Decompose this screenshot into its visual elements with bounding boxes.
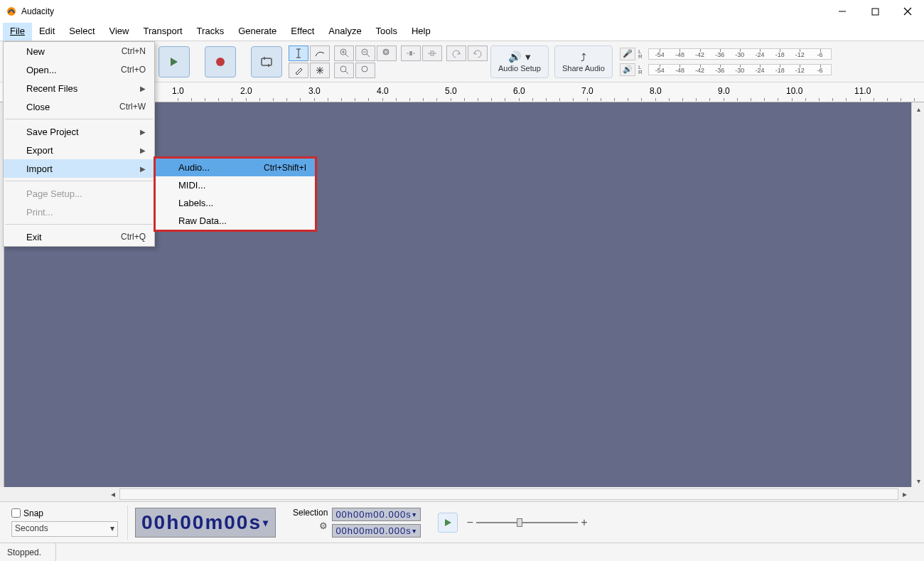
minimize-button[interactable]	[826, 0, 859, 23]
audio-setup-label: Audio Setup	[498, 64, 541, 73]
menu-tools[interactable]: Tools	[369, 23, 404, 41]
snap-check-input[interactable]	[11, 508, 21, 518]
menu-select[interactable]: Select	[62, 23, 102, 41]
import-raw[interactable]: Raw Data...	[156, 212, 315, 230]
menu-file[interactable]: File	[3, 23, 32, 41]
multi-tool[interactable]	[310, 63, 330, 78]
svg-line-22	[367, 54, 370, 57]
share-audio-button[interactable]: ⤴ Share Audio	[554, 46, 613, 78]
menu-effect[interactable]: Effect	[284, 23, 321, 41]
snap-checkbox[interactable]: Snap	[11, 508, 123, 518]
snap-label: Snap	[23, 508, 43, 518]
app-logo-icon	[6, 6, 17, 17]
svg-point-26	[340, 66, 346, 72]
share-audio-label: Share Audio	[562, 64, 605, 73]
edit-tools	[289, 46, 330, 78]
menu-view[interactable]: View	[102, 23, 136, 41]
playback-speed-slider[interactable]: − +	[466, 516, 587, 529]
horizontal-scrollbar[interactable]: ◂ ▸	[0, 487, 924, 501]
record-button[interactable]	[205, 46, 236, 78]
file-close[interactable]: CloseCtrl+W	[4, 97, 154, 116]
zoom-tools	[334, 46, 397, 78]
envelope-tool[interactable]	[310, 46, 330, 61]
scroll-down-icon[interactable]: ▾	[912, 474, 924, 487]
selection-label: Selection	[293, 508, 328, 518]
svg-rect-25	[385, 50, 387, 53]
meter-lr-label: LR	[638, 65, 645, 75]
record-meter-icon[interactable]: 🎤	[620, 48, 635, 60]
fit-project-button[interactable]	[334, 63, 354, 78]
import-submenu: Audio...Ctrl+Shift+I MIDI... Labels... R…	[154, 156, 317, 232]
menu-tracks[interactable]: Tracks	[190, 23, 232, 41]
draw-tool[interactable]	[289, 63, 308, 78]
import-labels[interactable]: Labels...	[156, 194, 315, 212]
menu-bar: File Edit Select View Transport Tracks G…	[0, 23, 924, 41]
silence-button[interactable]	[422, 46, 442, 61]
meter-lr-label: LR	[638, 49, 645, 59]
menu-analyze[interactable]: Analyze	[321, 23, 368, 41]
svg-marker-34	[445, 519, 451, 526]
svg-point-0	[7, 7, 16, 16]
maximize-button[interactable]	[859, 0, 891, 23]
file-import[interactable]: Import▶	[4, 159, 154, 178]
bottom-toolbar: Snap Seconds▾ 00h00m00s▾ Selection ⚙ 00h…	[0, 501, 924, 543]
svg-point-24	[383, 49, 389, 55]
file-open[interactable]: Open...Ctrl+O	[4, 60, 154, 79]
window-title: Audacity	[21, 6, 54, 16]
share-icon: ⤴	[581, 51, 586, 63]
speaker-icon: 🔊 ▾	[508, 50, 530, 63]
time-position-display[interactable]: 00h00m00s▾	[135, 508, 276, 538]
speed-plus-icon: +	[581, 516, 587, 529]
play-at-speed-button[interactable]	[438, 513, 458, 533]
file-new[interactable]: NewCtrl+N	[4, 42, 154, 60]
selection-settings-icon[interactable]: ⚙	[319, 520, 328, 531]
scroll-right-icon[interactable]: ▸	[898, 488, 911, 501]
file-export[interactable]: Export▶	[4, 141, 154, 159]
vertical-scrollbar[interactable]: ▴ ▾	[911, 102, 924, 487]
redo-button[interactable]	[468, 46, 488, 61]
scroll-track[interactable]	[119, 488, 898, 500]
fit-selection-button[interactable]	[377, 46, 397, 61]
window-controls	[826, 0, 924, 23]
selection-start[interactable]: 00h00m00.000s▾	[332, 508, 421, 521]
file-print[interactable]: Print...	[4, 203, 154, 221]
svg-line-27	[345, 71, 348, 74]
playback-meter-icon[interactable]: 🔊	[620, 63, 635, 76]
scroll-left-icon[interactable]: ◂	[107, 488, 119, 501]
zoom-out-button[interactable]	[355, 46, 375, 61]
zoom-toggle-button[interactable]	[355, 63, 375, 78]
svg-marker-5	[171, 58, 178, 66]
snap-unit-select[interactable]: Seconds▾	[11, 521, 118, 537]
record-meter[interactable]: -54-48-42-36-30-24-18-12-6	[648, 48, 832, 60]
selection-end[interactable]: 00h00m00.000s▾	[332, 524, 421, 538]
undo-tools	[446, 46, 488, 78]
file-exit[interactable]: ExitCtrl+Q	[4, 228, 154, 246]
audio-setup-button[interactable]: 🔊 ▾ Audio Setup	[490, 46, 549, 78]
meters: 🎤 LR -54-48-42-36-30-24-18-12-6 🔊 LR -54…	[620, 48, 832, 76]
trim-button[interactable]	[401, 46, 421, 61]
svg-point-6	[216, 58, 225, 66]
svg-rect-30	[409, 51, 412, 55]
file-recent[interactable]: Recent Files▶	[4, 79, 154, 97]
menu-help[interactable]: Help	[404, 23, 438, 41]
playback-meter[interactable]: -54-48-42-36-30-24-18-12-6	[648, 64, 832, 75]
menu-transport[interactable]: Transport	[136, 23, 189, 41]
undo-button[interactable]	[446, 46, 466, 61]
file-page-setup[interactable]: Page Setup...	[4, 184, 154, 203]
play-button[interactable]	[159, 46, 190, 78]
snap-panel: Snap Seconds▾	[7, 506, 128, 540]
selection-panel: Selection ⚙ 00h00m00.000s▾ 00h00m00.000s…	[293, 508, 421, 538]
loop-button[interactable]	[251, 46, 282, 78]
menu-generate[interactable]: Generate	[231, 23, 284, 41]
close-button[interactable]	[891, 0, 924, 23]
selection-tool[interactable]	[289, 46, 308, 61]
edit-clip-tools	[401, 46, 442, 78]
title-bar: Audacity	[0, 0, 924, 23]
file-save-project[interactable]: Save Project▶	[4, 122, 154, 141]
import-midi[interactable]: MIDI...	[156, 176, 315, 194]
svg-line-18	[345, 54, 348, 57]
menu-edit[interactable]: Edit	[32, 23, 62, 41]
scroll-up-icon[interactable]: ▴	[912, 102, 924, 115]
import-audio[interactable]: Audio...Ctrl+Shift+I	[156, 159, 315, 176]
zoom-in-button[interactable]	[334, 46, 354, 61]
